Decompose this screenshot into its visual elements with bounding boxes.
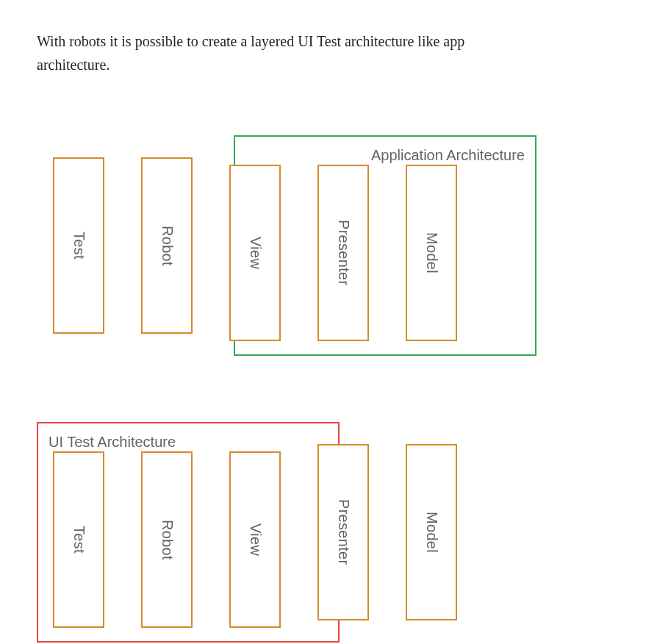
layer-model: Model (406, 444, 457, 620)
layer-view: View (229, 165, 281, 341)
layer-label: Test (71, 526, 87, 554)
layer-test: Test (53, 157, 104, 334)
intro-text: With robots it is possible to create a l… (37, 29, 536, 76)
layer-view: View (229, 451, 281, 628)
architecture-diagram: Application Architecture Test Robot View… (37, 135, 609, 643)
layer-label: Test (71, 232, 87, 260)
layer-label: Model (423, 512, 440, 553)
layer-label: Presenter (335, 499, 352, 565)
layer-presenter: Presenter (317, 444, 369, 620)
layer-label: View (247, 237, 264, 269)
layer-label: Presenter (335, 220, 352, 285)
layer-label: Model (423, 232, 440, 273)
layer-robot: Robot (141, 451, 193, 628)
layer-robot: Robot (141, 157, 193, 334)
layer-label: View (247, 523, 264, 556)
layer-model: Model (406, 165, 457, 341)
layer-label: Robot (159, 520, 176, 560)
layer-presenter: Presenter (317, 165, 369, 341)
layer-test: Test (53, 451, 104, 628)
layer-label: Robot (159, 226, 176, 266)
row-ui-test-architecture: UI Test Architecture Test Robot View Pre… (37, 422, 609, 643)
row-application-architecture: Application Architecture Test Robot View… (37, 135, 609, 356)
